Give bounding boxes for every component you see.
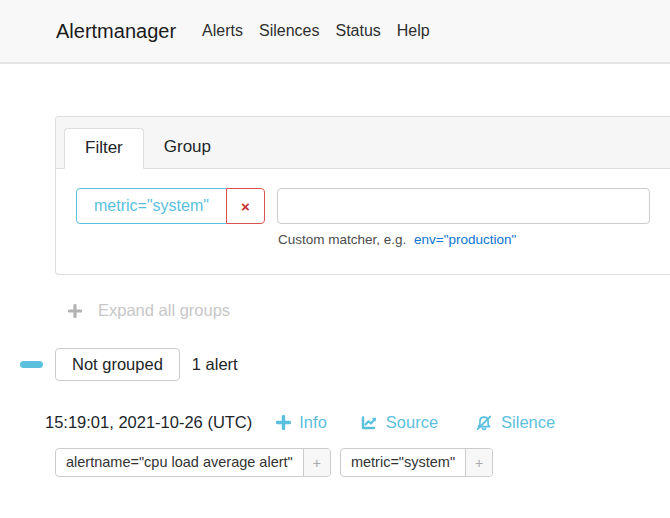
matcher-helper-text: Custom matcher, e.g. env="production"	[278, 232, 650, 247]
alert-item: 15:19:01, 2021-10-26 (UTC) Info Source	[0, 413, 670, 432]
matcher-chip: metric="system" ×	[76, 188, 265, 224]
filter-tabs: Filter Group	[56, 117, 670, 169]
add-filter-button[interactable]: +	[303, 449, 330, 476]
app-brand[interactable]: Alertmanager	[56, 20, 176, 43]
expand-all-groups-button[interactable]: Expand all groups	[0, 301, 670, 320]
matcher-row: metric="system" ×	[76, 188, 650, 224]
alert-source-link[interactable]: Source	[361, 413, 438, 432]
close-icon: ×	[241, 198, 250, 215]
group-name-button[interactable]: Not grouped	[55, 348, 180, 381]
matcher-remove-button[interactable]: ×	[226, 188, 265, 224]
alert-labels: alertname="cpu load average alert" + met…	[0, 448, 670, 477]
alert-silence-button[interactable]: Silence	[475, 413, 555, 432]
group-header: Not grouped 1 alert	[0, 348, 670, 381]
nav-item-alerts[interactable]: Alerts	[202, 22, 243, 40]
nav-item-status[interactable]: Status	[335, 22, 380, 40]
add-filter-button[interactable]: +	[465, 449, 492, 476]
plus-icon: +	[313, 455, 321, 471]
matcher-edit-button[interactable]: metric="system"	[76, 188, 227, 224]
collapse-group-button[interactable]	[20, 361, 43, 368]
main-content: Filter Group metric="system" × Custom ma…	[0, 116, 670, 477]
chart-line-icon	[361, 415, 378, 431]
alert-info-button[interactable]: Info	[276, 413, 327, 432]
expand-all-groups-label: Expand all groups	[98, 301, 230, 320]
group-alert-count: 1 alert	[192, 355, 238, 374]
matcher-example-link[interactable]: env="production"	[414, 232, 516, 247]
label-text: metric="system"	[341, 449, 465, 476]
label-chip: alertname="cpu load average alert" +	[55, 448, 331, 477]
label-chip: metric="system" +	[340, 448, 493, 477]
nav-item-help[interactable]: Help	[397, 22, 430, 40]
navbar: Alertmanager Alerts Silences Status Help	[0, 0, 670, 64]
filter-group-card: Filter Group metric="system" × Custom ma…	[55, 116, 670, 275]
filter-body: metric="system" × Custom matcher, e.g. e…	[56, 169, 670, 274]
bell-slash-icon	[475, 415, 493, 431]
plus-icon	[276, 415, 291, 430]
custom-matcher-input[interactable]	[277, 188, 650, 224]
nav-item-silences[interactable]: Silences	[259, 22, 319, 40]
alert-timestamp: 15:19:01, 2021-10-26 (UTC)	[45, 413, 252, 432]
tab-group[interactable]: Group	[144, 128, 231, 168]
plus-icon	[68, 304, 82, 318]
tab-filter[interactable]: Filter	[64, 128, 144, 169]
label-text: alertname="cpu load average alert"	[56, 449, 303, 476]
plus-icon: +	[475, 455, 483, 471]
